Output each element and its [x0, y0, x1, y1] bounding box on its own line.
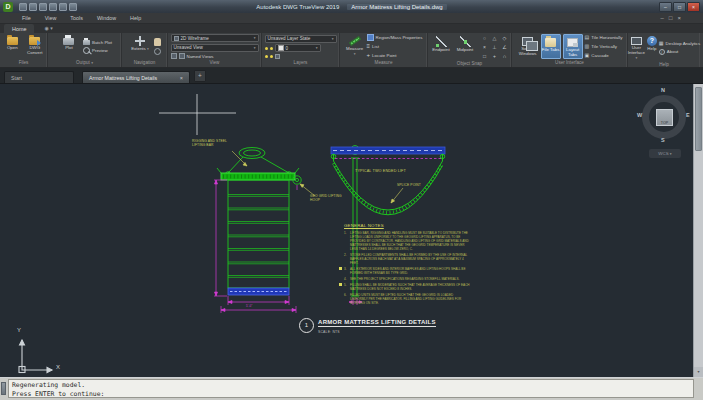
named-views-icon	[171, 53, 177, 59]
layer-on-icon[interactable]	[265, 47, 268, 50]
app-logo-icon[interactable]: D	[3, 2, 13, 12]
menu-view[interactable]: View	[45, 15, 57, 21]
menu-window[interactable]: Window	[97, 15, 116, 21]
tile-horizontally-button[interactable]: ▤ Tile Horizontally	[585, 34, 623, 41]
command-customize-icon[interactable]	[1, 382, 6, 395]
qat-plot-icon[interactable]	[39, 3, 47, 11]
open-button[interactable]: Open	[2, 34, 23, 59]
mdi-restore-button[interactable]: □	[669, 15, 673, 21]
viewcube-north[interactable]: N	[661, 87, 665, 93]
panel-label-files[interactable]: Files	[0, 59, 47, 67]
preview-button[interactable]: Preview	[83, 47, 112, 54]
help-question-icon: ?	[647, 36, 657, 46]
menu-tools[interactable]: Tools	[70, 15, 83, 21]
qat-open-icon[interactable]	[19, 3, 27, 11]
tab-close-icon[interactable]: ×	[180, 75, 183, 81]
menu-help[interactable]: Help	[130, 15, 141, 21]
command-input[interactable]: Regenerating model. Press ENTER to conti…	[8, 379, 694, 398]
osnap-intersection-icon[interactable]: ×	[480, 43, 489, 51]
command-prompt-line: Press ENTER to continue:	[12, 390, 690, 399]
cascade-icon: ▣	[585, 52, 590, 59]
region-mass-properties-button[interactable]: Region/Mass Properties	[367, 34, 423, 41]
note-item: 1.LIFTING BAR, RIGGING AND HANDLING MUST…	[344, 231, 470, 251]
osnap-center-icon[interactable]: ○	[480, 34, 489, 42]
minimize-button[interactable]: –	[659, 2, 672, 12]
view-dropdown[interactable]: Unsaved View▾	[171, 44, 259, 52]
scrollbar-thumb[interactable]	[695, 87, 702, 151]
panel-label-view[interactable]: View	[168, 59, 261, 67]
tab-active-drawing[interactable]: Armor Mattress Lifting Details ×	[82, 71, 190, 83]
pan-icon[interactable]	[154, 38, 161, 46]
wcs-dropdown[interactable]: WCS ▾	[649, 149, 681, 158]
viewcube-south[interactable]: S	[661, 137, 665, 143]
visual-style-dropdown[interactable]: 2D Wireframe▾	[171, 34, 259, 42]
layer-dropdown[interactable]: 0▾	[275, 44, 321, 52]
note-item: 6.FILLED UNITS MUST BE LIFTED SUCH THAT …	[344, 293, 470, 305]
endpoint-button[interactable]: Endpoint	[430, 34, 452, 60]
tile-vertically-button[interactable]: ▥ Tile Vertically	[585, 43, 623, 50]
menu-file[interactable]: File	[22, 15, 31, 21]
measure-button[interactable]: Measure ▾	[345, 34, 365, 59]
tab-start[interactable]: Start	[4, 71, 74, 83]
panel-label-object-snap[interactable]: Object Snap	[428, 60, 511, 68]
osnap-perpendicular-icon[interactable]: ⊥	[490, 43, 499, 51]
vertical-scrollbar[interactable]: ▾	[693, 84, 703, 377]
user-interface-button[interactable]: User Interface ▾	[628, 34, 645, 61]
dwg-convert-button[interactable]: DWG Convert	[25, 34, 46, 59]
user-interface-icon	[631, 37, 642, 45]
panel-label-help[interactable]: Help	[628, 61, 700, 69]
layer-bulb-2-icon[interactable]	[270, 55, 273, 58]
title-bar: D Autodesk DWG TrueView 2019Armor Mattre…	[0, 0, 703, 13]
qat-undo-icon[interactable]	[29, 3, 37, 11]
layer-state-dropdown[interactable]: Unsaved Layer State▾	[265, 35, 337, 43]
osnap-insertion-icon[interactable]: +	[490, 52, 499, 60]
drawing-canvas[interactable]: RIGGING AND STEELLIFTING BAR GEO GRID LI…	[0, 84, 703, 378]
tab-home[interactable]: Home	[4, 24, 34, 33]
qat-publish-icon[interactable]	[49, 3, 57, 11]
plot-button[interactable]: Plot	[57, 34, 81, 59]
switch-windows-icon	[522, 37, 533, 46]
new-tab-button[interactable]: +	[194, 70, 206, 82]
osnap-nearest-icon[interactable]: ∩	[500, 52, 509, 60]
panel-label-navigation[interactable]: Navigation	[122, 59, 167, 67]
mdi-close-button[interactable]: ×	[677, 15, 681, 21]
mdi-minimize-button[interactable]: –	[661, 15, 664, 21]
list-button[interactable]: ≡ List	[367, 43, 423, 50]
panel-label-output[interactable]: Output ▾	[48, 59, 121, 67]
midpoint-button[interactable]: Midpoint	[454, 34, 476, 60]
qat-preview-icon[interactable]	[59, 3, 67, 11]
ribbon-collapse-icon[interactable]: ◉ ▾	[44, 24, 52, 33]
viewcube-west[interactable]: W	[637, 112, 642, 118]
help-button[interactable]: ? Help	[647, 34, 657, 61]
maximize-button[interactable]: □	[673, 2, 686, 12]
scrollbar-down-icon[interactable]: ▾	[694, 367, 703, 377]
viewcube[interactable]: N E S W TOP WCS ▾	[637, 87, 693, 161]
osnap-tangent-icon[interactable]: ∠	[500, 43, 509, 51]
qat-customize-icon[interactable]	[69, 3, 77, 11]
layer-settings-icon[interactable]	[275, 54, 280, 59]
panel-label-measure[interactable]: Measure	[340, 59, 427, 67]
note-item: 2.STONE FILLED COMPARTMENTS SHALL BE FOR…	[344, 253, 470, 265]
panel-label-user-interface[interactable]: User Interface	[512, 59, 627, 67]
layer-freeze-icon[interactable]	[270, 47, 273, 50]
batch-plot-button[interactable]: Batch Plot	[83, 40, 112, 45]
desktop-analytics-button[interactable]: ▦ Desktop Analytics	[659, 40, 700, 47]
layout-tabs-button[interactable]: Layout Tabs	[563, 34, 583, 59]
viewcube-top-face[interactable]: TOP	[656, 109, 673, 126]
file-tabs-button[interactable]: File Tabs	[541, 34, 561, 59]
switch-windows-button[interactable]: Switch Windows	[517, 34, 539, 59]
osnap-node-icon[interactable]: △	[490, 34, 499, 42]
osnap-extension-icon[interactable]: □	[480, 52, 489, 60]
mdi-window-controls: – □ ×	[661, 15, 681, 21]
osnap-quadrant-icon[interactable]: ◇	[500, 34, 509, 42]
layer-bulb-1-icon[interactable]	[265, 55, 268, 58]
zoom-extents-button[interactable]: Extents ▾	[128, 34, 152, 59]
viewcube-east[interactable]: E	[686, 112, 690, 118]
panel-label-layers[interactable]: Layers	[262, 59, 339, 67]
close-button[interactable]: ×	[687, 2, 700, 12]
panel-user-interface: Switch Windows File Tabs Layout Tabs ▤ T…	[512, 33, 628, 67]
orbit-icon[interactable]	[154, 48, 161, 55]
about-button[interactable]: i About	[659, 49, 700, 55]
locate-point-button[interactable]: + Locate Point	[367, 52, 423, 59]
cascade-button[interactable]: ▣ Cascade	[585, 52, 623, 59]
